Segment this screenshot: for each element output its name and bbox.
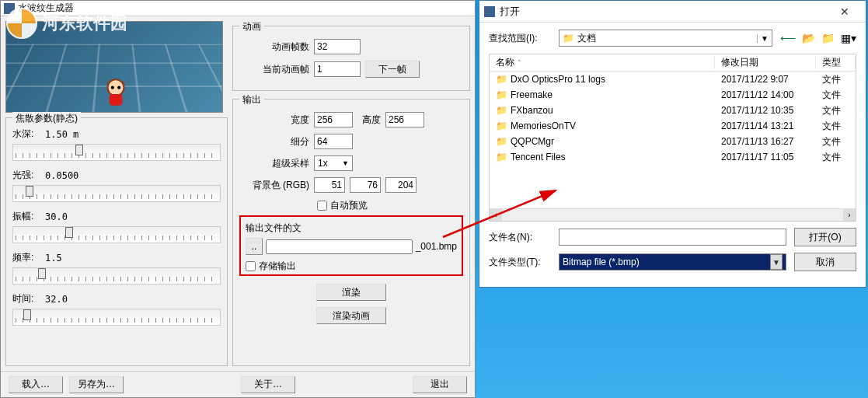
view-menu-icon[interactable]: ▦▾ bbox=[841, 32, 856, 44]
back-icon[interactable]: ⟵ bbox=[780, 32, 796, 44]
col-name-header[interactable]: 名称˄ bbox=[490, 56, 715, 69]
col-date-header[interactable]: 修改日期 bbox=[715, 56, 816, 69]
time-label: 时间: bbox=[12, 292, 40, 305]
file-row[interactable]: 📁MemoriesOnTV2017/11/14 13:21文件 bbox=[490, 118, 856, 134]
current-frame-label: 当前动画帧 bbox=[239, 63, 309, 76]
col-type-header[interactable]: 类型 bbox=[816, 56, 856, 69]
svg-point-2 bbox=[117, 86, 120, 89]
titlebar: 水波纹生成器 bbox=[1, 1, 475, 16]
intensity-value: 0.0500 bbox=[45, 170, 78, 181]
supersample-label: 超级采样 bbox=[239, 157, 309, 170]
subdiv-label: 细分 bbox=[239, 135, 309, 148]
amplitude-value: 30.0 bbox=[45, 211, 68, 222]
saveas-button[interactable]: 另存为… bbox=[69, 376, 124, 393]
scroll-right-icon[interactable]: › bbox=[843, 209, 856, 221]
open-button[interactable]: 打开(O) bbox=[794, 228, 856, 246]
render-anim-button[interactable]: 渲染动画 bbox=[316, 307, 386, 324]
preview-pane bbox=[5, 21, 223, 113]
dialog-title: 打开 bbox=[500, 5, 828, 19]
frequency-value: 1.5 bbox=[45, 253, 62, 264]
frames-label: 动画帧数 bbox=[239, 40, 309, 54]
bg-b-input[interactable] bbox=[385, 177, 417, 193]
folder-icon: 📁 bbox=[496, 152, 507, 162]
autopreview-checkbox[interactable] bbox=[317, 201, 327, 211]
new-folder-icon[interactable]: 📁 bbox=[821, 32, 835, 44]
exit-button[interactable]: 退出 bbox=[413, 376, 467, 393]
close-button[interactable]: ✕ bbox=[828, 3, 861, 20]
chevron-down-icon: ▼ bbox=[757, 34, 769, 43]
next-frame-button[interactable]: 下一帧 bbox=[365, 61, 420, 78]
output-legend: 输出 bbox=[239, 93, 264, 106]
cancel-button[interactable]: 取消 bbox=[794, 253, 856, 271]
svg-point-0 bbox=[108, 79, 124, 96]
outfile-input[interactable] bbox=[266, 239, 413, 254]
up-folder-icon[interactable]: 📂 bbox=[802, 32, 815, 44]
file-list: 名称˄ 修改日期 类型 📁DxO OpticsPro 11 logs2017/1… bbox=[489, 54, 856, 222]
filetype-label: 文件类型(T): bbox=[489, 256, 551, 269]
folder-icon: 📁 bbox=[496, 89, 507, 100]
folder-icon: 📁 bbox=[496, 120, 507, 131]
render-button[interactable]: 渲染 bbox=[316, 284, 386, 301]
outfile-suffix: _001.bmp bbox=[416, 241, 457, 252]
filename-input[interactable] bbox=[559, 229, 786, 246]
dialog-icon bbox=[484, 6, 495, 17]
svg-point-1 bbox=[111, 86, 114, 89]
main-window: 水波纹生成器 焦散参数(静态) 水深: 1. bbox=[0, 0, 476, 398]
supersample-select[interactable]: 1x ▼ bbox=[314, 155, 353, 171]
folder-icon: 📁 bbox=[496, 136, 507, 147]
height-input[interactable] bbox=[385, 112, 424, 127]
save-output-checkbox[interactable] bbox=[246, 261, 256, 271]
bg-r-input[interactable] bbox=[314, 177, 345, 193]
look-in-label: 查找范围(I): bbox=[489, 32, 551, 45]
app-icon bbox=[4, 3, 15, 14]
bgcolor-label: 背景色 (RGB) bbox=[239, 179, 309, 192]
output-file-highlight: 输出文件的文 .. _001.bmp 存储输出 bbox=[239, 215, 463, 276]
app-title: 水波纹生成器 bbox=[18, 2, 74, 15]
caustic-legend: 焦散参数(静态) bbox=[12, 112, 81, 125]
folder-icon: 📁 bbox=[563, 33, 574, 44]
depth-value: 1.50 m bbox=[45, 129, 78, 140]
amplitude-label: 振幅: bbox=[12, 210, 40, 223]
depth-label: 水深: bbox=[12, 127, 40, 141]
sprite-icon bbox=[99, 76, 132, 109]
filename-label: 文件名(N): bbox=[489, 231, 551, 244]
sort-asc-icon: ˄ bbox=[518, 59, 521, 67]
file-row[interactable]: 📁Tencent Files2017/11/17 11:05文件 bbox=[490, 149, 856, 165]
chevron-down-icon: ▼ bbox=[342, 159, 349, 167]
frequency-label: 频率: bbox=[12, 251, 40, 264]
load-button[interactable]: 载入… bbox=[9, 376, 63, 393]
look-in-combo[interactable]: 📁 文档 ▼ bbox=[559, 30, 772, 47]
depth-slider[interactable] bbox=[12, 144, 221, 161]
scroll-left-icon[interactable]: ‹ bbox=[490, 209, 502, 221]
about-button[interactable]: 关于… bbox=[241, 376, 295, 393]
width-label: 宽度 bbox=[239, 113, 309, 127]
frames-input[interactable] bbox=[314, 39, 361, 54]
h-scrollbar[interactable]: ‹ › bbox=[490, 208, 856, 221]
chevron-down-icon: ▼ bbox=[770, 254, 783, 270]
filetype-combo[interactable]: Bitmap file (*.bmp) ▼ bbox=[559, 253, 786, 271]
outfile-label: 输出文件的文 bbox=[246, 222, 457, 235]
close-icon: ✕ bbox=[840, 5, 849, 18]
svg-rect-3 bbox=[110, 94, 123, 106]
folder-icon: 📁 bbox=[496, 74, 507, 85]
height-label: 高度 bbox=[357, 113, 381, 127]
file-row[interactable]: 📁QQPCMgr2017/11/13 16:27文件 bbox=[490, 134, 856, 149]
folder-icon: 📁 bbox=[496, 105, 507, 116]
save-output-label: 存储输出 bbox=[259, 260, 296, 273]
anim-legend: 动画 bbox=[239, 20, 264, 33]
subdiv-input[interactable] bbox=[314, 134, 353, 149]
intensity-slider[interactable] bbox=[12, 185, 221, 202]
open-dialog: 打开 ✕ 查找范围(I): 📁 文档 ▼ ⟵ 📂 📁 ▦▾ 名称˄ 修改日期 类… bbox=[479, 0, 866, 288]
frequency-slider[interactable] bbox=[12, 267, 221, 285]
file-row[interactable]: 📁Freemake2017/11/12 14:00文件 bbox=[490, 87, 856, 103]
browse-button[interactable]: .. bbox=[246, 238, 263, 255]
bg-g-input[interactable] bbox=[350, 177, 381, 193]
current-frame-input[interactable] bbox=[314, 61, 361, 77]
file-row[interactable]: 📁DxO OpticsPro 11 logs2017/11/22 9:07文件 bbox=[490, 72, 856, 87]
amplitude-slider[interactable] bbox=[12, 226, 221, 243]
time-value: 32.0 bbox=[45, 294, 68, 305]
file-row[interactable]: 📁FXbanzou2017/11/12 10:35文件 bbox=[490, 103, 856, 118]
width-input[interactable] bbox=[314, 112, 353, 127]
intensity-label: 光强: bbox=[12, 169, 40, 182]
time-slider[interactable] bbox=[12, 309, 221, 326]
